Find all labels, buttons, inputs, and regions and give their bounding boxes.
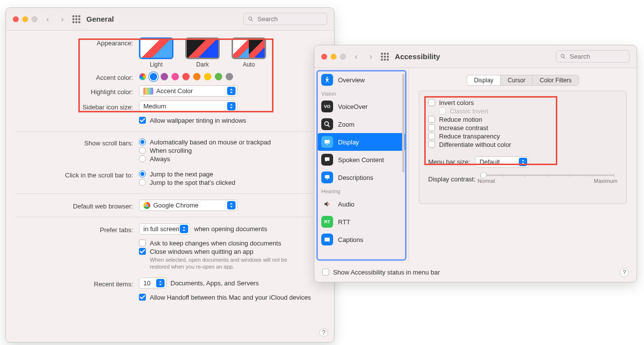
appearance-label: Appearance: bbox=[15, 37, 133, 47]
sidebar-item-overview[interactable]: Overview bbox=[317, 71, 406, 89]
titlebar: ‹ › General bbox=[6, 8, 334, 31]
sidebar-item-audio[interactable]: Audio bbox=[317, 195, 406, 213]
window-title: General bbox=[86, 15, 114, 23]
show-all-icon[interactable] bbox=[381, 53, 389, 61]
nav-back-icon[interactable]: ‹ bbox=[43, 14, 52, 24]
recent-items-suffix: Documents, Apps, and Servers bbox=[170, 279, 259, 287]
general-content: Appearance: Light Dark Auto Accent color… bbox=[6, 31, 334, 342]
menu-bar-size-select[interactable]: Default bbox=[475, 156, 529, 168]
scroll-auto-radio[interactable] bbox=[139, 138, 146, 145]
chevron-updown-icon bbox=[227, 102, 236, 110]
sidebar-item-rtt[interactable]: RT RTT bbox=[317, 213, 406, 231]
search-icon bbox=[560, 53, 566, 60]
nav-forward-icon[interactable]: › bbox=[367, 52, 375, 62]
recent-items-label: Recent items: bbox=[15, 278, 133, 288]
accent-red[interactable] bbox=[182, 73, 190, 80]
sidebar-item-captions[interactable]: Captions bbox=[317, 231, 406, 248]
prefer-tabs-select[interactable]: in full screen bbox=[139, 223, 190, 235]
chevron-updown-icon bbox=[227, 201, 236, 209]
accessibility-sidebar: Overview Vision VO VoiceOver Zoom Displa… bbox=[314, 68, 409, 263]
accent-green[interactable] bbox=[215, 73, 222, 80]
minimize-icon[interactable] bbox=[331, 54, 337, 60]
reduce-motion-checkbox[interactable] bbox=[428, 116, 435, 123]
help-button[interactable]: ? bbox=[620, 268, 629, 277]
highlight-color-select[interactable]: Accent Color bbox=[139, 85, 237, 97]
sidebar-group-vision: Vision bbox=[317, 89, 406, 98]
tab-cursor[interactable]: Cursor bbox=[501, 75, 533, 85]
search-field[interactable] bbox=[243, 13, 327, 25]
close-icon[interactable] bbox=[13, 16, 19, 22]
ask-keep-changes-checkbox[interactable] bbox=[139, 240, 146, 246]
accent-yellow[interactable] bbox=[204, 73, 211, 80]
sidebar-item-voiceover[interactable]: VO VoiceOver bbox=[317, 98, 406, 115]
reduce-transparency-checkbox[interactable] bbox=[428, 133, 435, 139]
accessibility-main: Display Cursor Color Filters Invert colo… bbox=[409, 68, 637, 263]
display-contrast-slider[interactable] bbox=[480, 174, 614, 176]
search-field[interactable] bbox=[556, 50, 630, 63]
accent-pink[interactable] bbox=[171, 73, 179, 80]
display-panel: Invert colors Classic Invert Reduce moti… bbox=[419, 91, 627, 204]
tab-color-filters[interactable]: Color Filters bbox=[533, 75, 578, 85]
chevron-updown-icon bbox=[227, 87, 236, 95]
click-jump-spot-radio[interactable] bbox=[139, 179, 146, 186]
click-next-page-radio[interactable] bbox=[139, 171, 146, 177]
allow-handoff-checkbox[interactable] bbox=[139, 294, 146, 301]
contrast-min-label: Normal bbox=[477, 178, 495, 184]
svg-rect-3 bbox=[325, 175, 329, 178]
zoom-icon[interactable] bbox=[340, 54, 346, 60]
zoom-icon[interactable] bbox=[32, 16, 37, 22]
chevron-updown-icon bbox=[519, 158, 527, 166]
chevron-updown-icon bbox=[156, 279, 165, 287]
close-icon[interactable] bbox=[321, 54, 327, 60]
appearance-option-auto[interactable]: Auto bbox=[232, 37, 266, 68]
search-input[interactable] bbox=[256, 15, 323, 23]
appearance-thumb-auto bbox=[232, 37, 266, 59]
window-controls bbox=[13, 16, 37, 22]
nav-forward-icon[interactable]: › bbox=[58, 14, 67, 24]
accent-orange[interactable] bbox=[193, 73, 201, 80]
allow-tinting-checkbox[interactable] bbox=[139, 117, 146, 124]
click-scroll-bar-label: Click in the scroll bar to: bbox=[15, 170, 133, 179]
accent-purple[interactable] bbox=[161, 73, 168, 80]
sidebar-icon-size-select[interactable]: Medium bbox=[139, 101, 237, 112]
sidebar-item-display[interactable]: Display bbox=[317, 133, 406, 151]
chevron-updown-icon bbox=[180, 225, 188, 233]
increase-contrast-checkbox[interactable] bbox=[428, 124, 435, 131]
tab-display[interactable]: Display bbox=[467, 75, 501, 85]
recent-items-select[interactable]: 10 bbox=[139, 277, 167, 289]
sidebar-item-zoom[interactable]: Zoom bbox=[317, 115, 406, 133]
sidebar-scrollbar[interactable] bbox=[402, 74, 405, 172]
nav-back-icon[interactable]: ‹ bbox=[352, 52, 361, 62]
default-browser-select[interactable]: Google Chrome bbox=[139, 200, 237, 211]
help-button[interactable]: ? bbox=[319, 328, 328, 337]
captions-icon bbox=[321, 234, 333, 245]
spoken-icon bbox=[321, 154, 333, 166]
sidebar-item-descriptions[interactable]: Descriptions bbox=[317, 169, 406, 186]
appearance-thumb-light bbox=[139, 37, 173, 59]
scroll-when-scrolling-radio[interactable] bbox=[139, 147, 146, 154]
search-input[interactable] bbox=[569, 52, 625, 61]
invert-colors-checkbox[interactable] bbox=[428, 99, 435, 106]
appearance-option-dark[interactable]: Dark bbox=[185, 37, 220, 68]
svg-rect-4 bbox=[325, 238, 330, 242]
accent-multicolor[interactable] bbox=[139, 73, 146, 80]
differentiate-color-checkbox[interactable] bbox=[428, 141, 435, 148]
voiceover-icon: VO bbox=[321, 101, 333, 112]
contrast-max-label: Maximum bbox=[594, 178, 617, 184]
titlebar: ‹ › Accessibility bbox=[314, 45, 637, 68]
window-general-prefs: ‹ › General Appearance: Light Dark bbox=[5, 7, 335, 343]
close-windows-quit-checkbox[interactable] bbox=[139, 248, 146, 255]
menu-bar-size-label: Menu bar size: bbox=[428, 158, 470, 166]
display-tabs: Display Cursor Color Filters bbox=[467, 75, 579, 86]
accent-graphite[interactable] bbox=[226, 73, 233, 80]
appearance-option-light[interactable]: Light bbox=[139, 37, 173, 68]
display-contrast-label: Display contrast: bbox=[428, 175, 475, 183]
audio-icon bbox=[321, 198, 333, 210]
sidebar-item-spoken-content[interactable]: Spoken Content bbox=[317, 151, 406, 169]
overview-icon bbox=[321, 74, 333, 86]
show-all-icon[interactable] bbox=[72, 15, 80, 23]
minimize-icon[interactable] bbox=[22, 16, 28, 22]
status-in-menubar-checkbox[interactable] bbox=[322, 269, 329, 276]
scroll-always-radio[interactable] bbox=[139, 155, 146, 162]
accent-blue[interactable] bbox=[150, 73, 157, 80]
